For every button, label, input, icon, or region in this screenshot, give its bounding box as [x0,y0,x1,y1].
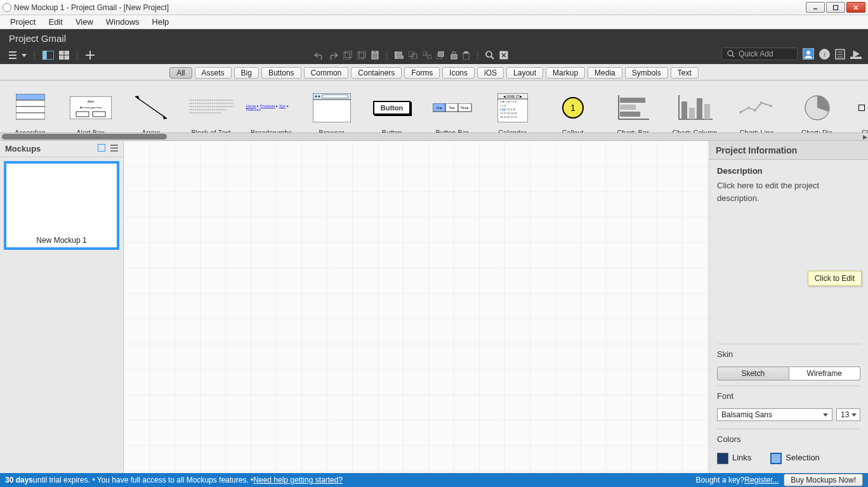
lib-chartline[interactable]: Chart: Line [727,81,787,140]
markup-toggle-icon[interactable] [499,51,508,60]
tab-assets[interactable]: Assets [195,67,232,79]
menu-view[interactable]: View [69,16,100,28]
svg-marker-50 [853,51,859,57]
status-bar: 30 days until trial expires. • You have … [0,473,868,487]
view-grid-icon[interactable] [59,51,69,60]
menu-windows[interactable]: Windows [100,16,146,28]
svg-rect-94 [620,112,640,117]
links-color[interactable]: Links [717,453,751,464]
lib-accordion[interactable]: Accordion [0,81,60,140]
mockups-title: Mockups [5,144,41,153]
svg-text:Three: Three [460,106,468,110]
paste-icon[interactable] [371,51,379,60]
svg-marker-62 [135,96,140,100]
font-size-select[interactable]: 13 [836,408,860,421]
lib-chartpie[interactable]: Chart: Pie [787,81,847,140]
menu-edit[interactable]: Edit [42,16,69,28]
redo-icon[interactable] [329,51,338,60]
panel-window-icon[interactable] [98,144,105,153]
svg-text:Two: Two [449,106,454,110]
window-maximize-button[interactable] [826,2,845,13]
user-icon[interactable] [803,48,814,60]
tooltip: Click to Edit [808,271,862,286]
lib-callout[interactable]: 1 Callout [542,81,603,140]
buy-button[interactable]: Buy Mockups Now! [784,474,863,486]
quick-add-input[interactable]: Quick Add [721,48,798,60]
skin-selector: Sketch Wireframe [717,367,860,380]
tab-common[interactable]: Common [304,67,349,79]
lib-checkbox[interactable]: Checkbox Checkbox [847,81,868,140]
svg-point-104 [760,101,763,104]
bring-front-icon[interactable] [437,51,445,59]
tab-containers[interactable]: Containers [351,67,402,79]
group-icon[interactable] [409,51,418,59]
search-icon [727,50,735,58]
category-tabs: All Assets Big Buttons Common Containers… [0,64,868,81]
svg-line-35 [491,56,494,59]
tab-media[interactable]: Media [588,67,622,79]
window-close-button[interactable] [846,2,865,13]
lib-arrow[interactable]: Arrow [121,81,181,140]
canvas[interactable] [124,141,709,473]
selection-color[interactable]: Selection [770,453,819,464]
svg-rect-8 [43,51,46,60]
svg-text:1: 1 [570,103,575,113]
svg-rect-72 [322,94,348,98]
svg-rect-59 [93,112,105,117]
tab-forms[interactable]: Forms [404,67,440,79]
library-scrollbar[interactable]: ◀▶ [0,133,868,140]
undo-icon[interactable] [314,51,324,60]
trash-icon[interactable] [463,51,470,60]
svg-text:One: One [436,106,442,110]
window-titlebar: New Mockup 1 - Project Gmail - [New Proj… [0,0,868,15]
tab-ios[interactable]: iOS [477,67,504,79]
lib-calendar[interactable]: ◀ JUNE 17 ▶ S M T W T F S 1 2 34 5 6 7 8… [482,81,542,140]
info-icon[interactable]: i [819,49,830,60]
zoom-icon[interactable] [485,51,494,60]
lib-chartcolumn[interactable]: Chart: Column [663,81,727,140]
svg-rect-33 [464,51,468,53]
menu-project[interactable]: Project [4,16,42,28]
copy-icon[interactable] [343,51,352,60]
properties-icon[interactable] [835,49,845,60]
tab-all[interactable]: All [169,67,192,79]
register-link[interactable]: Register... [744,476,779,484]
mockup-thumbnail[interactable]: New Mockup 1 [4,161,119,250]
font-select[interactable]: Balsamiq Sans [717,408,832,421]
align-left-icon[interactable] [395,51,404,59]
menu-help[interactable]: Help [146,16,176,28]
lib-button[interactable]: Button Button [362,81,422,140]
project-info-title: Project Information [709,141,868,160]
help-link[interactable]: Need help getting started? [253,476,343,484]
svg-point-39 [728,51,733,56]
description-text[interactable]: Click here to edit the project descripti… [717,179,860,204]
menu-icon[interactable] [9,51,27,60]
svg-rect-54 [16,113,45,119]
lib-buttonbar[interactable]: OneTwoThree Button Bar [422,81,482,140]
fullscreen-icon[interactable] [850,49,862,59]
lock-icon[interactable] [450,51,457,60]
tab-markup[interactable]: Markup [546,67,585,79]
tab-buttons[interactable]: Buttons [261,67,301,79]
lib-breadcrumbs[interactable]: Home ▸ Products ▸ Xyz ▸ Features Breadcr… [241,81,301,140]
tab-big[interactable]: Big [234,67,259,79]
lib-alertbox[interactable]: AlertAlert text goes here Alert Box [60,81,121,140]
tab-icons[interactable]: Icons [442,67,475,79]
svg-text:S M T W T F S: S M T W T F S [500,100,516,103]
skin-sketch[interactable]: Sketch [717,367,789,380]
panel-list-icon[interactable] [110,144,118,153]
skin-wireframe[interactable]: Wireframe [789,367,861,380]
ungroup-icon[interactable] [423,51,431,59]
svg-rect-9 [59,51,63,55]
lib-chartbar[interactable]: Chart: Bar [603,81,663,140]
tab-layout[interactable]: Layout [506,67,543,79]
tab-symbols[interactable]: Symbols [625,67,668,79]
project-name: Project Gmail [9,33,66,44]
add-icon[interactable] [85,50,95,60]
window-minimize-button[interactable] [806,2,825,13]
view-panel-icon[interactable] [43,51,54,60]
lib-blocktext[interactable]: Block of Text [181,81,241,140]
lib-browser[interactable]: Browser [301,81,362,140]
tab-text[interactable]: Text [671,67,699,79]
cut-icon[interactable] [357,51,366,60]
